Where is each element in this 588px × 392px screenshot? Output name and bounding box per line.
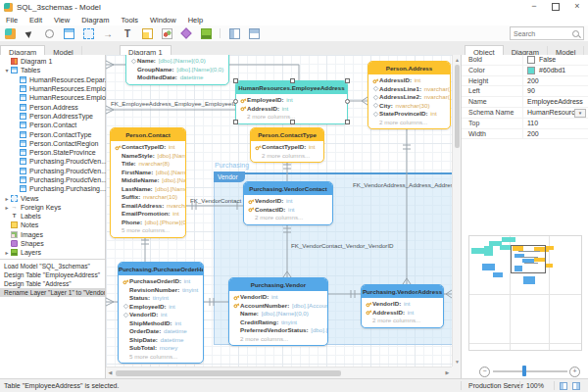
zoom-slider-track[interactable] (493, 370, 567, 372)
close-button[interactable]: × (566, 0, 588, 14)
history-item[interactable]: Design Table "Address" (0, 279, 105, 288)
tree-item-notes[interactable]: Notes (0, 220, 106, 229)
collapsed-arrow-icon[interactable]: ▸ (3, 195, 11, 202)
table-person-contact[interactable]: Person.ContactContactTypeID: intNameStyl… (110, 127, 186, 238)
table-person-address[interactable]: Person.AddressAddressID: intAddressLine1… (368, 61, 451, 129)
table-purchasing-purchaseorderheader[interactable]: Purchasing.PurchaseOrderHeaderPurchaseOr… (118, 262, 204, 364)
tree-item-person-addresstype[interactable]: Person.AddressType (0, 112, 106, 121)
menu-view[interactable]: View (48, 16, 75, 24)
menu-diagram[interactable]: Diagram (75, 16, 115, 24)
tree-item-person-address[interactable]: Person.Address (0, 102, 106, 111)
tree-item-humanresources-depar-[interactable]: HumanResources.Depar... (0, 75, 106, 84)
toggle-right-pane-icon[interactable] (572, 382, 580, 390)
tree-item-person-contact[interactable]: Person.Contact (0, 121, 106, 129)
layer-tab-vendor[interactable]: Vendor (214, 172, 245, 182)
fk-label[interactable]: FK_VendorAddress_Address_AddressID (353, 181, 452, 188)
auto-layout-button[interactable] (224, 26, 244, 40)
selection-handle[interactable] (233, 120, 238, 124)
property-value[interactable]: 200 (523, 129, 588, 139)
zoom-out-button[interactable]: − (479, 367, 490, 377)
model-conversion-button[interactable] (244, 26, 264, 40)
horizontal-scrollbar[interactable]: ◀ ▶ (106, 367, 452, 378)
history-item[interactable]: Rename Layer "Layer 1" to "Vendor" (0, 288, 105, 297)
server-type-label[interactable]: Production Server (468, 382, 523, 389)
menu-edit[interactable]: Edit (24, 16, 48, 24)
new-image-button[interactable] (157, 26, 176, 40)
checkbox-unchecked[interactable] (527, 56, 535, 64)
new-label-button[interactable]: T (118, 26, 137, 40)
tree-item-shapes[interactable]: Shapes (0, 239, 106, 248)
history-item[interactable]: Load Model "SQL_3schemas" (0, 262, 105, 270)
tree-item-views[interactable]: ▸Views (0, 193, 106, 202)
minimap-viewport[interactable] (511, 245, 546, 273)
zoom-slider-thumb[interactable] (522, 366, 526, 376)
tree-item-person-contactregion[interactable]: Person.ContactRegion (0, 139, 106, 148)
vertical-scrollbar[interactable]: ▲ ▼ (452, 55, 461, 367)
menu-file[interactable]: File (0, 16, 24, 24)
tree-item-diagram-1[interactable]: Diagram 1 (0, 57, 106, 66)
selection-handle[interactable] (290, 78, 295, 83)
table-humanresources-employeeaddress[interactable]: HumanResources.EmployeeAddressEmployeeID… (235, 80, 348, 124)
selection-handle[interactable] (290, 120, 295, 124)
vertical-scroll-thumb[interactable] (455, 65, 460, 148)
collapsed-arrow-icon[interactable]: ▸ (3, 204, 11, 211)
label-purchasing[interactable]: Purchasing (215, 162, 249, 169)
tree-item-purchasing-proudctven-[interactable]: Purchasing.ProudctVen... (0, 167, 106, 175)
tree-item-labels[interactable]: TLabels (0, 212, 106, 220)
new-note-button[interactable] (137, 26, 157, 40)
new-shape-button[interactable] (176, 26, 196, 40)
selection-handle[interactable] (233, 78, 238, 83)
property-value[interactable]: False (523, 55, 588, 65)
new-view-button[interactable] (78, 26, 98, 40)
scroll-right-icon[interactable]: ▶ (443, 368, 452, 378)
table-partial[interactable]: Name: [dbo].[Name](0,0)GroupName: [dbo].… (125, 55, 229, 85)
search-input[interactable] (511, 30, 572, 37)
tree-item-humanresources-emplo-[interactable]: HumanResources.Emplo... (0, 93, 106, 102)
property-value[interactable]: 110 (523, 119, 588, 128)
fk-label[interactable]: FK_VendorContact (190, 197, 241, 204)
fk-label[interactable]: FK_VendorContact_Vendor_VendorID (291, 242, 394, 249)
collapsed-arrow-icon[interactable]: ▸ (3, 249, 11, 256)
select-tool-button[interactable] (20, 26, 39, 40)
new-table-button[interactable] (59, 26, 78, 40)
property-value[interactable]: 90 (523, 86, 588, 96)
tree-item-person-stateprovince[interactable]: Person.StateProvince (0, 148, 106, 157)
property-value[interactable]: 200 (523, 76, 588, 86)
minimize-button[interactable]: − (523, 0, 545, 14)
new-model-button[interactable] (0, 26, 20, 40)
zoom-percent-label[interactable]: 100% (526, 382, 544, 389)
tree-item-purchasing-proudctven-[interactable]: Purchasing.ProudctVen... (0, 157, 106, 166)
property-value[interactable]: HumanResources▾ (523, 108, 588, 118)
menu-help[interactable]: Help (182, 16, 209, 24)
tree-item-purchasing-proudctven-[interactable]: Purchasing.ProudctVen... (0, 175, 106, 184)
tree-item-images[interactable]: Images (0, 230, 106, 239)
diagram-canvas[interactable]: PurchasingVendorFK_EmployeeAddress_Emplo… (106, 55, 452, 367)
minimap[interactable] (468, 235, 582, 351)
table-purchasing-vendoraddress[interactable]: Purchasing.VendorAddressVendorID: intAdd… (361, 284, 444, 328)
scroll-left-icon[interactable]: ◀ (106, 368, 115, 378)
pan-tool-button[interactable] (39, 26, 59, 40)
new-layer-button[interactable] (196, 26, 216, 40)
selection-handle[interactable] (345, 120, 350, 124)
connection-handle[interactable] (345, 99, 350, 104)
fk-label[interactable]: FK_EmployeeAddress_Employee_EmployeeID (111, 100, 238, 107)
selection-handle[interactable] (345, 78, 350, 83)
maximize-button[interactable] (545, 0, 566, 14)
zoom-in-button[interactable]: + (569, 367, 580, 377)
color-swatch[interactable] (527, 67, 535, 74)
table-person-contacttype[interactable]: Person.ContactTypeContactTypeID: int2 mo… (250, 127, 324, 163)
tree-item-purchasing-purchasing-[interactable]: Purchasing.Purchasing... (0, 184, 106, 193)
tree-item-layers[interactable]: ▸Layers (0, 248, 106, 257)
history-item[interactable]: Design Table "EmployeeAddress" (0, 270, 105, 279)
tree-item-foreign-keys[interactable]: ▸→Foreign Keys (0, 203, 106, 212)
menu-window[interactable]: Window (144, 16, 182, 24)
property-value[interactable]: #60dbd1 (523, 66, 588, 75)
property-value[interactable]: EmployeeAddress (523, 97, 588, 107)
expanded-arrow-icon[interactable]: ▾ (3, 67, 11, 74)
new-foreign-key-button[interactable]: → (98, 26, 118, 40)
table-purchasing-vendor[interactable]: Purchasing.VendorVendorID: intAccountNum… (228, 277, 328, 346)
dropdown-button[interactable]: ▾ (574, 109, 586, 118)
tree-item-person-contacttype[interactable]: Person.ContactType (0, 129, 106, 138)
toggle-left-pane-icon[interactable] (560, 382, 567, 390)
table-purchasing-vendorcontact[interactable]: Purchasing.VendorContactVendorID: intCon… (243, 181, 333, 225)
